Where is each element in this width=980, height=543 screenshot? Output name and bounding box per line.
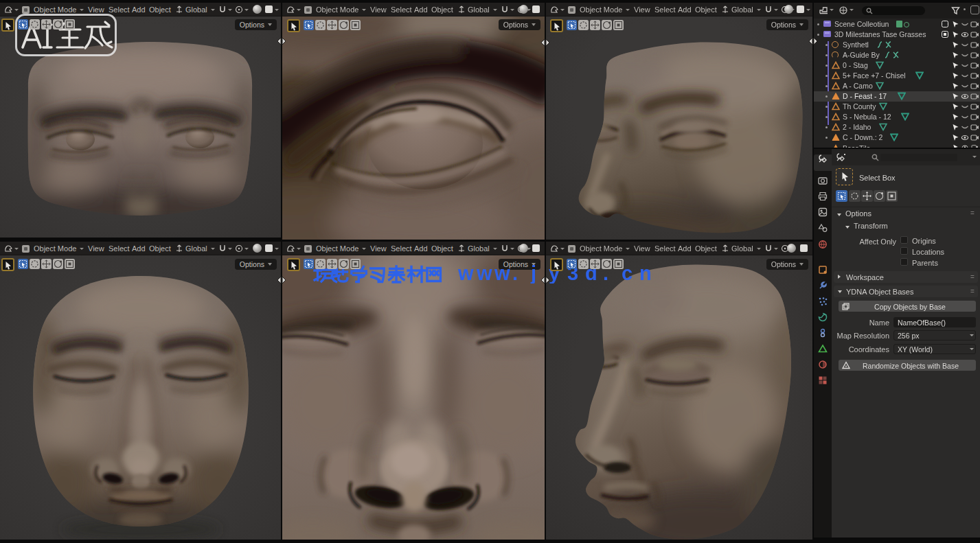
svg-text:w: w [476,263,492,284]
svg-text:w: w [457,263,474,284]
svg-text:w: w [494,263,510,284]
svg-text:n: n [639,263,652,284]
svg-text:j: j [530,263,536,284]
svg-text:.: . [512,263,518,284]
